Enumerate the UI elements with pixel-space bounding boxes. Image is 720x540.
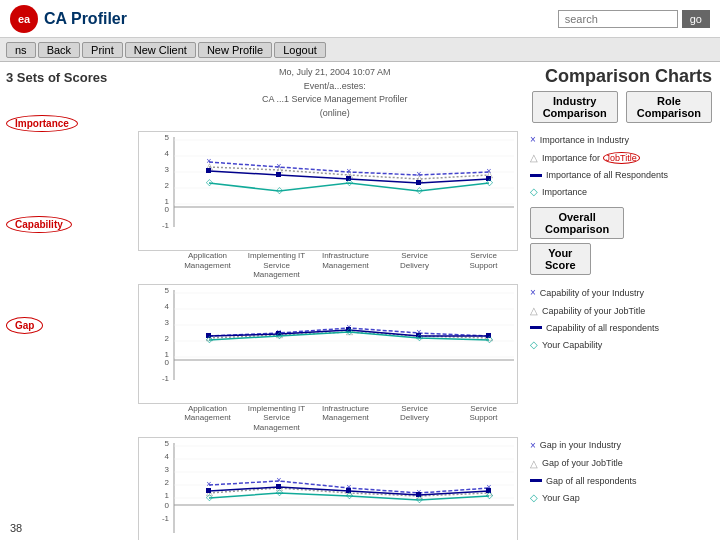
cap-legend-jobtitle: △ Capability of your JobTitle xyxy=(530,302,659,320)
capability-chart: 5 4 3 2 1 0 -1 xyxy=(138,284,518,404)
page-number: 38 xyxy=(10,522,22,534)
importance-label: Importance xyxy=(6,115,78,132)
svg-text:5: 5 xyxy=(165,286,170,295)
nav-print[interactable]: Print xyxy=(82,42,123,58)
svg-text:4: 4 xyxy=(165,452,170,461)
svg-text:◇: ◇ xyxy=(346,177,353,187)
svg-text:3: 3 xyxy=(165,165,170,174)
profile-label: (online) xyxy=(138,107,532,121)
svg-text:◇: ◇ xyxy=(486,177,493,187)
overall-comparison-button[interactable]: OverallComparison xyxy=(530,207,624,239)
svg-text:◇: ◇ xyxy=(206,177,213,187)
capability-label: Capability xyxy=(6,216,72,233)
svg-text:◇: ◇ xyxy=(346,326,353,336)
header: ea CA Profiler go xyxy=(0,0,720,38)
nav-logout[interactable]: Logout xyxy=(274,42,326,58)
gap-legend: × Gap in your Industry △ Gap of your Job… xyxy=(530,437,637,507)
importance-chart-row: 5 4 3 2 1 0 -1 xyxy=(138,131,712,280)
gap-chart: 5 4 3 2 1 0 -1 xyxy=(138,437,518,540)
navbar: ns Back Print New Client New Profile Log… xyxy=(0,38,720,62)
svg-text:0: 0 xyxy=(165,205,170,214)
nav-new-client[interactable]: New Client xyxy=(125,42,196,58)
svg-text:5: 5 xyxy=(165,133,170,142)
svg-text:-1: -1 xyxy=(162,221,170,230)
svg-text:2: 2 xyxy=(165,181,170,190)
sidebar: 3 Sets of Scores Importance Capability G… xyxy=(0,62,130,540)
nav-back[interactable]: Back xyxy=(38,42,80,58)
go-button[interactable]: go xyxy=(682,10,710,28)
main: 3 Sets of Scores Importance Capability G… xyxy=(0,62,720,540)
role-comparison-button[interactable]: RoleComparison xyxy=(626,91,712,123)
capability-label-row: Capability xyxy=(6,216,124,233)
gap-legend-all: Gap of all respondents xyxy=(530,473,637,489)
svg-text:0: 0 xyxy=(165,501,170,510)
event-label: Event/a...estes: xyxy=(138,80,532,94)
legend-industry: × Importance in Industry xyxy=(530,131,668,149)
content: Mo, July 21, 2004 10:07 AM Event/a...est… xyxy=(130,62,720,540)
svg-text:5: 5 xyxy=(165,439,170,448)
capability-chart-row: 5 4 3 2 1 0 -1 xyxy=(138,284,712,433)
sets-of-scores-label: 3 Sets of Scores xyxy=(6,70,124,87)
svg-text:-1: -1 xyxy=(162,374,170,383)
svg-text:◇: ◇ xyxy=(486,334,493,344)
legend-importance: ◇ Importance xyxy=(530,183,668,201)
logo-icon: ea xyxy=(10,5,38,33)
svg-text:◇: ◇ xyxy=(276,487,283,497)
importance-label-row: Importance xyxy=(6,115,124,132)
charts-legend-row: 5 4 3 2 1 0 -1 xyxy=(138,131,712,540)
svg-text:◇: ◇ xyxy=(206,492,213,502)
svg-text:◇: ◇ xyxy=(276,330,283,340)
svg-text:3: 3 xyxy=(165,318,170,327)
svg-rect-26 xyxy=(206,168,211,173)
svg-text:◇: ◇ xyxy=(416,332,423,342)
capability-legend: × Capability of your Industry △ Capabili… xyxy=(530,284,659,354)
comparison-buttons: IndustryComparison RoleComparison xyxy=(532,91,712,123)
cap-legend-yours: ◇ Your Capability xyxy=(530,336,659,354)
nav-ns[interactable]: ns xyxy=(6,42,36,58)
gap-chart-row: 5 4 3 2 1 0 -1 xyxy=(138,437,712,540)
date-line: Mo, July 21, 2004 10:07 AM xyxy=(138,66,532,80)
svg-text:-1: -1 xyxy=(162,514,170,523)
your-score-button[interactable]: YourScore xyxy=(530,243,591,275)
svg-text:0: 0 xyxy=(165,358,170,367)
svg-text:◇: ◇ xyxy=(346,490,353,500)
gap-legend-industry: × Gap in your Industry xyxy=(530,437,637,455)
svg-text:ea: ea xyxy=(18,13,31,25)
svg-text:◇: ◇ xyxy=(206,334,213,344)
svg-text:3: 3 xyxy=(165,465,170,474)
cap-legend-industry: × Capability of your Industry xyxy=(530,284,659,302)
svg-text:1: 1 xyxy=(165,491,170,500)
nav-new-profile[interactable]: New Profile xyxy=(198,42,272,58)
app-title: CA Profiler xyxy=(44,10,127,28)
gap-legend-jobtitle: △ Gap of your JobTitle xyxy=(530,455,637,473)
svg-text:2: 2 xyxy=(165,478,170,487)
industry-comparison-button[interactable]: IndustryComparison xyxy=(532,91,618,123)
comparison-title: Comparison Charts xyxy=(545,66,712,87)
event-value: CA ...1 Service Management Profiler xyxy=(138,93,532,107)
search-input[interactable] xyxy=(558,10,678,28)
gap-legend-yours: ◇ Your Gap xyxy=(530,489,637,507)
svg-text:◇: ◇ xyxy=(416,494,423,504)
date-info: Mo, July 21, 2004 10:07 AM Event/a...est… xyxy=(138,66,532,120)
svg-text:4: 4 xyxy=(165,149,170,158)
legend-all-respondents: Importance of all Respondents xyxy=(530,167,668,183)
cap-legend-all: Capability of all respondents xyxy=(530,320,659,336)
logo-area: ea CA Profiler xyxy=(10,5,170,33)
svg-text:◇: ◇ xyxy=(276,185,283,195)
svg-text:◇: ◇ xyxy=(416,185,423,195)
svg-text:4: 4 xyxy=(165,302,170,311)
importance-legend: × Importance in Industry △ Importance fo… xyxy=(530,131,668,275)
header-search: go xyxy=(558,10,710,28)
svg-rect-27 xyxy=(276,172,281,177)
svg-text:◇: ◇ xyxy=(486,490,493,500)
legend-jobtitle: △ Importance for JobTitle xyxy=(530,149,668,167)
gap-label-row: Gap xyxy=(6,317,124,334)
content-inner: Mo, July 21, 2004 10:07 AM Event/a...est… xyxy=(138,66,712,536)
gap-label: Gap xyxy=(6,317,43,334)
importance-chart: 5 4 3 2 1 0 -1 xyxy=(138,131,518,251)
svg-text:2: 2 xyxy=(165,334,170,343)
